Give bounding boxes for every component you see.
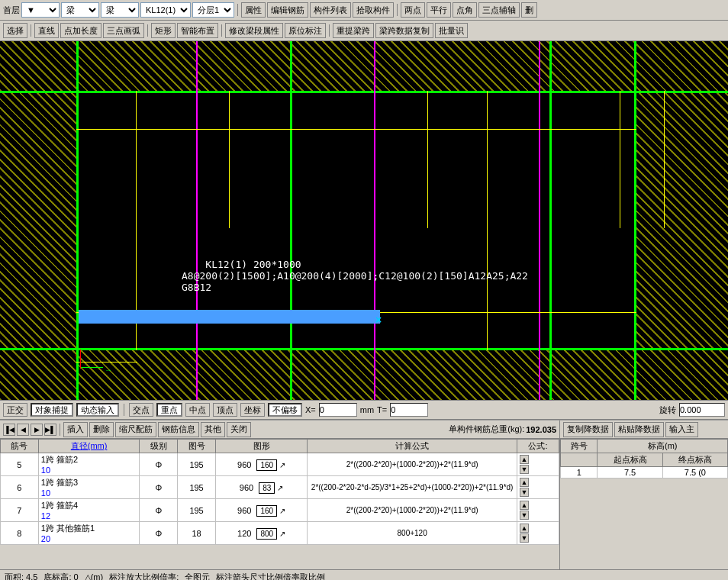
hatch-left	[0, 91, 76, 350]
edit-rebar-button[interactable]: 编辑钢筋	[267, 2, 308, 18]
hatch-top	[0, 41, 728, 91]
nav-prev-button[interactable]: ◀	[17, 424, 29, 436]
modify-button[interactable]: 修改梁段属性	[225, 23, 283, 38]
three-axis-button[interactable]: 三点辅轴	[478, 2, 520, 18]
table-row[interactable]: 6 1跨 箍筋310 Φ 195 960 83 ↗ 2*((200-2*20-2…	[1, 476, 559, 499]
intersect-button[interactable]: 交点	[129, 403, 153, 417]
paste-drop-button[interactable]: 粘贴降数据	[614, 422, 664, 437]
rect-button[interactable]: 矩形	[151, 23, 176, 38]
green-v4	[634, 41, 636, 400]
floor-select[interactable]: 分层1	[192, 2, 234, 18]
main-canvas[interactable]: KL12(1) 200*1000 A8@200(2)[1500];A10@200…	[0, 41, 728, 400]
coord-button[interactable]: 坐标	[240, 403, 265, 417]
span-table-row[interactable]: 1 7.5 7.5 (0	[561, 467, 728, 478]
component-list-button[interactable]: 构件列表	[310, 2, 351, 18]
copy-drop-button[interactable]: 复制降数据	[563, 422, 613, 437]
rebar-info-button[interactable]: 钢筋信息	[158, 422, 199, 437]
scroll-up-btn[interactable]: ▲	[520, 455, 529, 464]
col-grade: 级别	[140, 440, 178, 453]
table-row[interactable]: 5 1跨 箍筋210 Φ 195 960 160 ↗ 2*((200-2*20)…	[1, 453, 559, 476]
re-drop-button[interactable]: 重提梁跨	[333, 23, 374, 38]
copy-button[interactable]: 梁跨数据复制	[375, 23, 433, 38]
yellow-v5	[620, 91, 620, 228]
point-angle-button[interactable]: 点角	[453, 2, 477, 18]
cell-grade: Φ	[140, 476, 178, 499]
delete-button[interactable]: 删	[521, 2, 537, 18]
toolbar-row2: 选择 直线 点加长度 三点画弧 矩形 智能布置 修改梁段属性 原位标注 重提梁跨…	[0, 21, 728, 41]
delete-rebar-button[interactable]: 删除	[89, 422, 114, 437]
cell-formula: 2*((200-2*20)+(1000-2*20))+2*(11.9*d)	[308, 453, 517, 476]
green-v3	[549, 41, 552, 400]
rotate-label: 旋转	[659, 404, 676, 416]
rotate-input[interactable]	[679, 403, 725, 417]
green-v2	[290, 41, 292, 400]
col-diameter: 直径(mm)	[38, 440, 140, 453]
table-row[interactable]: 8 1跨 其他箍筋120 Φ 18 120 800 ↗ 800+120 ▲ ▼	[1, 522, 559, 545]
sep1	[237, 4, 238, 16]
properties-button[interactable]: 属性	[241, 2, 266, 18]
span-cell-no: 1	[561, 467, 598, 478]
two-point-button[interactable]: 两点	[401, 2, 425, 18]
span-table-container[interactable]: 跨号 标高(m) 起点标高 终点标高 1 7.5 7.5 (0	[560, 439, 728, 569]
nav-last-button[interactable]: ▶▌	[44, 424, 56, 436]
cell-grade: Φ	[140, 453, 178, 476]
arrow-text: 标注箭头尺寸比例倍率取比例	[216, 572, 325, 580]
ortho-button[interactable]: 正交	[3, 403, 27, 417]
green-border-top	[0, 91, 728, 93]
layer-select[interactable]: ▼	[21, 2, 60, 18]
element-id-select[interactable]: KL12(1)	[140, 2, 191, 18]
scroll-up-btn[interactable]: ▲	[520, 524, 529, 533]
cell-shape-no: 195	[178, 476, 216, 499]
other-button[interactable]: 其他	[201, 422, 225, 437]
span-cell-end: 7.5 (0	[662, 467, 727, 478]
snap-button[interactable]: 对象捕捉	[31, 403, 73, 417]
midpoint-heavy-button[interactable]: 重点	[156, 403, 182, 417]
cell-shape: 960 160 ↗	[215, 453, 307, 476]
rebar-table-container[interactable]: 筋号 直径(mm) 级别 图号 图形 计算公式 公式: 5 1跨 箍筋210 Φ…	[0, 439, 559, 569]
parallel-button[interactable]: 平行	[427, 2, 451, 18]
nav-first-button[interactable]: ▐◀	[3, 424, 15, 436]
input-drop-button[interactable]: 输入主	[665, 422, 698, 437]
no-move-button[interactable]: 不偏移	[268, 403, 302, 417]
cell-scroll: ▲ ▼	[517, 499, 559, 522]
span-table: 跨号 标高(m) 起点标高 终点标高 1 7.5 7.5 (0	[560, 439, 728, 478]
line-button[interactable]: 直线	[34, 23, 59, 38]
scroll-down-btn[interactable]: ▼	[520, 533, 529, 543]
t-input[interactable]	[390, 403, 428, 417]
dynamic-button[interactable]: 动态输入	[76, 403, 119, 417]
insert-button[interactable]: 插入	[63, 422, 88, 437]
scroll-down-btn[interactable]: ▼	[520, 488, 529, 497]
cell-id: 6	[1, 476, 39, 499]
weight-label: 单构件钢筋总重(kg):	[449, 424, 524, 435]
scroll-down-btn[interactable]: ▼	[520, 465, 529, 474]
component-type-select[interactable]: 梁	[61, 2, 99, 18]
hatch-right	[636, 91, 728, 350]
table-row[interactable]: 7 1跨 箍筋412 Φ 195 960 160 ↗ 2*((200-2*20)…	[1, 499, 559, 522]
green-border-bottom	[0, 348, 728, 350]
bottom-text-bar: 面积: 4.5 底标高: 0 △(m) 标注放大比例倍率: 全图元 标注箭头尺寸…	[0, 569, 728, 580]
scale-button[interactable]: 缩尺配筋	[115, 422, 156, 437]
green-v1	[76, 41, 79, 400]
sep2	[397, 4, 398, 16]
scroll-up-btn[interactable]: ▲	[520, 501, 529, 510]
mm-label: mm	[360, 405, 374, 414]
scroll-down-btn[interactable]: ▼	[520, 511, 529, 520]
origin-button[interactable]: 原位标注	[285, 23, 326, 38]
nav-next-button[interactable]: ▶	[31, 424, 43, 436]
coord-axes: → ↑	[80, 358, 103, 378]
cell-id: 8	[1, 522, 39, 545]
three-arc-button[interactable]: 三点画弧	[103, 23, 144, 38]
scroll-up-btn[interactable]: ▲	[520, 478, 529, 487]
midpoint-button[interactable]: 中点	[185, 403, 210, 417]
batch-button[interactable]: 批量识	[435, 23, 468, 38]
magenta-v3	[539, 41, 540, 400]
close-button[interactable]: 关闭	[227, 422, 251, 437]
component-name-select[interactable]: 梁	[101, 2, 139, 18]
vertex-button[interactable]: 顶点	[213, 403, 237, 417]
select-button[interactable]: 选择	[3, 23, 27, 38]
x-input[interactable]	[319, 403, 357, 417]
cell-formula: 2*((200-2*20)+(1000-2*20))+2*(11.9*d)	[308, 499, 517, 522]
smart-button[interactable]: 智能布置	[177, 23, 218, 38]
point-length-button[interactable]: 点加长度	[60, 23, 101, 38]
extract-button[interactable]: 拾取构件	[353, 2, 394, 18]
